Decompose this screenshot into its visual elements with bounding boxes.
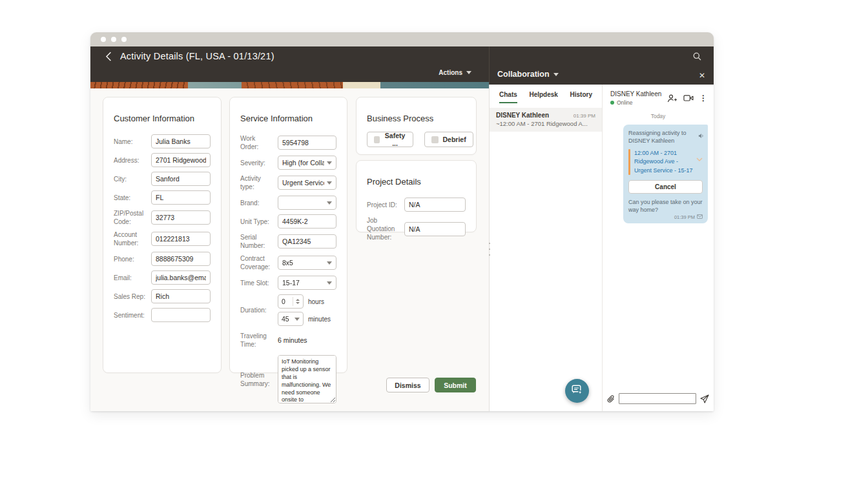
- collaboration-header: Collaboration ✕: [489, 46, 714, 85]
- project-id-field-row: Project ID:: [367, 198, 466, 212]
- severity-select[interactable]: High (for Collaboratio: [278, 156, 336, 170]
- chevron-down-icon: [327, 281, 332, 285]
- duration-hours-stepper[interactable]: 0: [278, 294, 304, 309]
- state-field-row: State:: [114, 190, 211, 205]
- time-slot-field-row: Time Slot: 15-17: [240, 276, 336, 290]
- conversation-header: DISNEY Kathleen Online: [603, 85, 714, 108]
- cancel-button[interactable]: Cancel: [628, 180, 703, 194]
- card-title: Customer Information: [114, 114, 211, 123]
- activity-type-field-row: Activity type: Urgent Service: [240, 174, 336, 191]
- envelope-icon: [697, 214, 703, 220]
- chevron-down-icon: [294, 318, 300, 321]
- work-order-field-row: Work Order:: [240, 134, 336, 151]
- duration-minutes-select[interactable]: 45: [278, 312, 304, 326]
- page-title: Activity Details (FL, USA - 01/13/21): [120, 51, 274, 61]
- address-input[interactable]: [151, 153, 211, 167]
- job-quotation-field-row: Job Quotation Number:: [367, 216, 466, 241]
- contact-name: DISNEY Kathleen: [610, 90, 661, 97]
- brand-field-row: Brand:: [240, 196, 336, 210]
- collaboration-panel: Collaboration ✕ Chats Helpdesk History: [489, 46, 714, 411]
- city-input[interactable]: [151, 172, 211, 186]
- decorative-banner: [90, 82, 489, 88]
- new-chat-fab[interactable]: [565, 379, 589, 403]
- collaboration-tabs: Chats Helpdesk History: [490, 85, 602, 103]
- window-dot[interactable]: [121, 37, 127, 42]
- online-status-label: Online: [617, 99, 633, 106]
- activity-link[interactable]: 12:00 AM - 2701 Ridgewood Ave - Urgent S…: [634, 149, 696, 176]
- chevron-down-icon: [327, 201, 332, 205]
- name-input[interactable]: [151, 134, 211, 148]
- chat-message-bubble: Reassigning activity to DISNEY Kathleen …: [623, 125, 708, 223]
- city-field-row: City:: [114, 172, 211, 186]
- serial-number-field-row: Serial Number:: [240, 233, 336, 250]
- sentiment-input[interactable]: [151, 308, 211, 322]
- unit-type-input[interactable]: [278, 214, 336, 229]
- work-order-input[interactable]: [278, 136, 336, 150]
- chevron-down-icon: [327, 261, 332, 265]
- account-number-input[interactable]: [151, 232, 211, 246]
- zip-field-row: ZIP/Postal Code:: [114, 209, 211, 226]
- sentiment-field-row: Sentiment:: [114, 308, 211, 322]
- traveling-time-row: Traveling Time: 6 minutes: [240, 332, 336, 349]
- window-dot[interactable]: [101, 37, 106, 42]
- activity-type-select[interactable]: Urgent Service: [278, 176, 336, 190]
- attachment-icon[interactable]: [606, 395, 615, 403]
- day-separator: Today: [603, 113, 714, 119]
- contract-coverage-select[interactable]: 8x5: [278, 256, 336, 270]
- message-text: Can you please take on your way home?: [628, 198, 703, 214]
- tab-chats[interactable]: Chats: [499, 91, 517, 103]
- problem-summary-row: Problem Summary: IoT Monitoring picked u…: [240, 355, 336, 403]
- tab-history[interactable]: History: [570, 91, 592, 103]
- linked-activity[interactable]: 12:00 AM - 2701 Ridgewood Ave - Urgent S…: [628, 149, 703, 176]
- brand-select[interactable]: [278, 196, 336, 210]
- kebab-menu-icon[interactable]: ⋮: [699, 94, 707, 103]
- panel-resize-handle[interactable]: [489, 243, 490, 256]
- phone-input[interactable]: [151, 252, 211, 266]
- new-chat-icon: [571, 383, 583, 398]
- back-icon[interactable]: [105, 52, 112, 61]
- search-icon[interactable]: [693, 52, 701, 63]
- debrief-button[interactable]: Debrief: [424, 132, 473, 147]
- video-call-icon[interactable]: [683, 94, 694, 102]
- time-slot-select[interactable]: 15-17: [278, 276, 336, 290]
- chat-list-pane: Chats Helpdesk History DISNEY Kathleen 0…: [490, 85, 603, 411]
- checkbox-icon: [374, 136, 380, 143]
- activity-form: Customer Information Name: Address: City…: [90, 88, 489, 411]
- stepper-arrows-icon[interactable]: [293, 297, 300, 306]
- severity-field-row: Severity: High (for Collaboratio: [240, 156, 336, 170]
- add-person-icon[interactable]: [667, 94, 677, 103]
- chat-timestamp: 01:39 PM: [574, 113, 595, 119]
- chevron-down-icon: [553, 73, 559, 76]
- dismiss-button[interactable]: Dismiss: [386, 378, 429, 392]
- name-field-row: Name:: [114, 134, 211, 148]
- message-input[interactable]: [619, 393, 696, 404]
- collaboration-body: Chats Helpdesk History DISNEY Kathleen 0…: [489, 85, 714, 411]
- submit-button[interactable]: Submit: [435, 378, 476, 392]
- chevron-down-icon[interactable]: [696, 152, 703, 164]
- collaboration-title-menu[interactable]: Collaboration: [497, 70, 559, 79]
- send-icon[interactable]: [700, 394, 709, 403]
- serial-number-input[interactable]: [278, 234, 336, 249]
- card-title: Service Information: [240, 114, 336, 123]
- project-id-input[interactable]: [404, 198, 466, 212]
- online-status-icon: [610, 101, 614, 105]
- actions-button[interactable]: Actions: [439, 69, 471, 76]
- chat-list-item[interactable]: DISNEY Kathleen 01:39 PM ~12:00 AM - 270…: [490, 108, 602, 132]
- email-input[interactable]: [151, 270, 211, 285]
- message-input-bar: [603, 393, 714, 411]
- job-quotation-input[interactable]: [404, 222, 466, 236]
- window-dot[interactable]: [111, 37, 116, 42]
- state-input[interactable]: [151, 190, 211, 205]
- sales-rep-input[interactable]: [151, 289, 211, 303]
- problem-summary-textarea[interactable]: IoT Monitoring picked up a sensor that i…: [278, 355, 336, 403]
- tab-helpdesk[interactable]: Helpdesk: [529, 91, 557, 103]
- close-icon[interactable]: ✕: [699, 72, 705, 79]
- card-title: Project Details: [367, 177, 466, 187]
- message-title: Reassigning activity to DISNEY Kathleen: [628, 130, 703, 145]
- speaker-icon: [698, 130, 704, 141]
- zip-input[interactable]: [151, 210, 211, 225]
- phone-field-row: Phone:: [114, 252, 211, 266]
- chevron-down-icon: [327, 181, 332, 185]
- safety-checklist-button[interactable]: Safety ...: [367, 132, 413, 147]
- email-field-row: Email:: [114, 270, 211, 285]
